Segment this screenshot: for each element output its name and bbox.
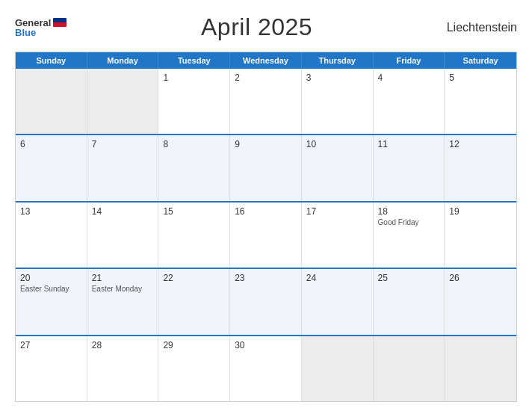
day-number: 25 (378, 273, 440, 283)
day-number: 22 (163, 273, 225, 283)
calendar: SundayMondayTuesdayWednesdayThursdayFrid… (15, 52, 517, 402)
day-number: 1 (163, 72, 225, 83)
calendar-week: 20Easter Sunday21Easter Monday2223242526 (16, 269, 516, 336)
day-event: Easter Monday (92, 285, 154, 294)
calendar-cell: 18Good Friday (374, 203, 445, 268)
day-number: 13 (20, 206, 82, 217)
calendar-cell: 13 (16, 203, 87, 268)
day-number: 27 (20, 340, 82, 350)
day-event: Easter Sunday (20, 285, 82, 294)
day-number: 12 (449, 139, 512, 149)
calendar-cell: 9 (230, 135, 302, 200)
calendar-cell: 12 (445, 135, 516, 200)
calendar-cell: 8 (158, 135, 230, 200)
day-number: 20 (20, 273, 82, 283)
day-number: 8 (163, 139, 225, 149)
day-number: 26 (449, 273, 512, 283)
calendar-cell (87, 69, 159, 134)
calendar-cell (445, 336, 516, 401)
day-number: 10 (306, 139, 368, 149)
calendar-week: 131415161718Good Friday19 (16, 203, 516, 269)
logo-blue-text: Blue (15, 28, 36, 37)
calendar-cell: 6 (16, 135, 87, 200)
day-number: 17 (306, 206, 368, 217)
calendar-week: 27282930 (16, 336, 516, 401)
day-number: 19 (449, 206, 512, 217)
calendar-cell: 25 (374, 269, 445, 334)
calendar-cell: 23 (230, 269, 302, 334)
calendar-cell: 17 (302, 203, 374, 268)
calendar-cell: 28 (87, 336, 159, 401)
header: General Blue April 2025 Liechtenstein (15, 13, 517, 41)
calendar-cell: 4 (374, 69, 445, 134)
page: General Blue April 2025 Liechtenstein Su… (0, 0, 532, 411)
calendar-cell: 3 (302, 69, 374, 134)
day-number: 4 (378, 72, 440, 83)
day-number: 3 (306, 72, 368, 83)
calendar-title: April 2025 (201, 13, 312, 41)
calendar-cell: 27 (16, 336, 87, 401)
calendar-cell (302, 336, 374, 401)
weekday-header: Saturday (445, 52, 516, 69)
calendar-week: 12345 (16, 69, 516, 135)
calendar-cell (374, 336, 445, 401)
country-label: Liechtenstein (447, 21, 517, 34)
calendar-cell: 16 (230, 203, 302, 268)
calendar-cell: 19 (445, 203, 516, 268)
day-number: 9 (235, 139, 297, 149)
calendar-cell: 5 (445, 69, 516, 134)
calendar-week: 6789101112 (16, 135, 516, 202)
weekday-header: Friday (374, 52, 445, 69)
day-number: 18 (378, 206, 440, 217)
calendar-cell: 7 (87, 135, 159, 200)
calendar-cell: 14 (87, 203, 159, 268)
weekday-header: Monday (87, 52, 159, 69)
calendar-cell: 10 (302, 135, 374, 200)
calendar-cell: 11 (374, 135, 445, 200)
calendar-cell (16, 69, 87, 134)
logo-flag-icon (53, 18, 66, 27)
calendar-cell: 30 (230, 336, 302, 401)
day-number: 11 (378, 139, 440, 149)
day-number: 28 (92, 340, 154, 350)
calendar-cell: 15 (158, 203, 230, 268)
calendar-cell: 26 (445, 269, 516, 334)
weekday-header: Sunday (16, 52, 87, 69)
calendar-cell: 1 (158, 69, 230, 134)
logo: General Blue (15, 18, 66, 37)
day-number: 16 (235, 206, 297, 217)
weekday-header: Wednesday (230, 52, 302, 69)
calendar-cell: 24 (302, 269, 374, 334)
day-number: 24 (306, 273, 368, 283)
calendar-body: 123456789101112131415161718Good Friday19… (16, 69, 516, 401)
day-number: 7 (92, 139, 154, 149)
logo-general-text: General (15, 18, 51, 28)
day-number: 15 (163, 206, 225, 217)
day-event: Good Friday (378, 218, 440, 227)
weekday-header: Tuesday (158, 52, 230, 69)
day-number: 30 (235, 340, 297, 350)
day-number: 2 (235, 72, 297, 83)
calendar-cell: 2 (230, 69, 302, 134)
calendar-cell: 22 (158, 269, 230, 334)
weekday-header: Thursday (302, 52, 374, 69)
day-number: 23 (235, 273, 297, 283)
calendar-cell: 29 (158, 336, 230, 401)
day-number: 21 (92, 273, 154, 283)
calendar-cell: 20Easter Sunday (16, 269, 87, 334)
calendar-cell: 21Easter Monday (87, 269, 159, 334)
day-number: 29 (163, 340, 225, 350)
day-number: 6 (20, 139, 82, 149)
day-number: 14 (92, 206, 154, 217)
day-number: 5 (449, 72, 512, 83)
calendar-header: SundayMondayTuesdayWednesdayThursdayFrid… (16, 52, 516, 69)
